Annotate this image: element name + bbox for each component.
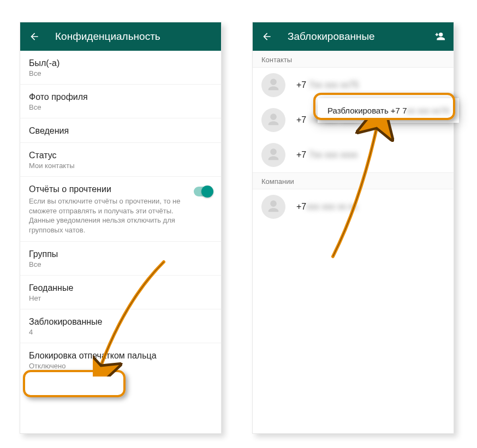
- contact-number: +7ххх ххх хх хх: [296, 202, 357, 212]
- item-label: Группы: [29, 249, 212, 259]
- avatar-icon: [261, 195, 285, 219]
- item-sub: Отключено: [29, 362, 212, 370]
- item-read-receipts[interactable]: Отчёты о прочтении Если вы отключите отч…: [20, 177, 221, 242]
- item-label: Статус: [29, 151, 212, 160]
- avatar-icon: [261, 73, 285, 97]
- blocked-contact-row[interactable]: +7 7хх ххх хх75: [253, 68, 454, 103]
- item-sub: Мои контакты: [29, 162, 212, 170]
- contact-number: +7 7хх ххх хххх: [296, 150, 357, 160]
- item-label: Заблокированные: [29, 317, 212, 327]
- back-icon[interactable]: [28, 30, 41, 43]
- item-last-seen[interactable]: Был(-а) Все: [20, 51, 221, 85]
- item-groups[interactable]: Группы Все: [20, 242, 221, 276]
- contact-number: +7 7хх ххх хх75: [296, 80, 359, 90]
- avatar-icon: [261, 143, 285, 167]
- item-label: Сведения: [29, 126, 212, 136]
- section-header-contacts: Контакты: [253, 51, 454, 68]
- blocked-contact-row[interactable]: +7 7хх ххх хххх: [253, 138, 454, 172]
- item-sub: Все: [29, 103, 212, 111]
- item-blocked[interactable]: Заблокированные 4: [20, 309, 221, 343]
- blocked-screen: Заблокированные Контакты +7 7хх ххх хх75…: [252, 22, 454, 434]
- avatar-icon: [261, 108, 285, 132]
- item-status[interactable]: Статус Мои контакты: [20, 143, 221, 177]
- add-person-icon[interactable]: [433, 30, 446, 43]
- item-label: Отчёты о прочтении: [29, 184, 194, 194]
- item-about[interactable]: Сведения: [20, 118, 221, 143]
- privacy-screen: Конфиденциальность Был(-а) Все Фото проф…: [20, 22, 222, 434]
- item-sub: Все: [29, 260, 212, 268]
- item-profile-photo[interactable]: Фото профиля Все: [20, 85, 221, 118]
- item-label: Блокировка отпечатком пальца: [29, 351, 212, 361]
- item-label: Был(-а): [29, 58, 212, 68]
- appbar: Заблокированные: [253, 22, 454, 51]
- appbar-title: Заблокированные: [288, 31, 433, 43]
- item-geodata[interactable]: Геоданные Нет: [20, 276, 221, 309]
- item-sub: Все: [29, 69, 212, 77]
- back-icon[interactable]: [260, 30, 273, 43]
- section-header-companies: Компании: [253, 172, 454, 189]
- context-menu-unblock[interactable]: Разблокировать +7 7хх ххх хх75: [318, 98, 459, 123]
- toggle-read-receipts[interactable]: [194, 187, 212, 196]
- item-sub: Нет: [29, 294, 212, 302]
- item-sub: 4: [29, 328, 212, 336]
- item-label: Геоданные: [29, 283, 212, 293]
- item-label: Фото профиля: [29, 92, 212, 102]
- appbar-title: Конфиденциальность: [55, 31, 213, 43]
- item-desc: Если вы отключите отчёты о прочтении, то…: [29, 196, 194, 235]
- blocked-company-row[interactable]: +7ххх ххх хх хх: [253, 189, 454, 224]
- appbar: Конфиденциальность: [20, 22, 221, 51]
- item-fingerprint[interactable]: Блокировка отпечатком пальца Отключено: [20, 343, 221, 377]
